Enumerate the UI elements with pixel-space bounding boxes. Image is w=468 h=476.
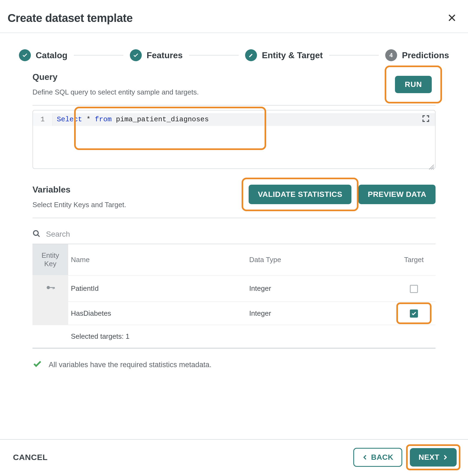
check-icon: [130, 49, 142, 61]
sql-keyword-select: Select: [57, 115, 82, 123]
col-name: Name: [68, 244, 246, 275]
cell-data-type: Integer: [246, 275, 392, 302]
cell-name: PatientId: [68, 275, 246, 302]
sql-code[interactable]: Select * from pima_patient_diagnoses: [52, 113, 435, 126]
entity-key-cell[interactable]: [32, 302, 68, 325]
divider: [32, 105, 436, 106]
run-button[interactable]: RUN: [395, 76, 432, 93]
query-subheading: Define SQL query to select entity sample…: [32, 88, 199, 96]
edit-icon: [245, 49, 257, 61]
entity-key-cell: [32, 325, 68, 348]
sql-star: *: [86, 115, 91, 123]
table-row: PatientId Integer: [32, 275, 436, 302]
next-button[interactable]: NEXT: [410, 448, 457, 467]
chevron-right-icon: [442, 454, 448, 460]
check-icon: [19, 49, 31, 61]
cell-target[interactable]: [392, 302, 436, 325]
check-icon: [32, 359, 42, 371]
step-number-icon: 4: [385, 49, 397, 61]
step-label: Entity & Target: [262, 50, 323, 60]
search-icon: [32, 230, 41, 239]
key-icon: [45, 286, 55, 294]
back-button[interactable]: BACK: [353, 448, 402, 467]
step-features[interactable]: Features: [130, 49, 183, 61]
cancel-button[interactable]: CANCEL: [11, 452, 49, 462]
status-ok-row: All variables have the required statisti…: [32, 359, 436, 371]
variables-subheading: Select Entity Keys and Target.: [32, 201, 126, 209]
divider: [32, 218, 436, 218]
step-connector: [329, 55, 379, 56]
step-catalog[interactable]: Catalog: [19, 49, 67, 61]
cell-name: HasDiabetes: [68, 302, 246, 325]
selected-targets-label: Selected targets: 1: [68, 325, 436, 348]
next-label: NEXT: [418, 453, 439, 462]
variables-table: Entity Key Name Data Type Target Patient…: [32, 244, 436, 348]
step-connector: [189, 55, 239, 56]
chevron-left-icon: [362, 454, 368, 460]
step-predictions[interactable]: 4 Predictions: [385, 49, 449, 61]
search-input[interactable]: [45, 230, 436, 239]
col-target: Target: [392, 244, 436, 275]
svg-point-0: [34, 231, 38, 236]
step-label: Catalog: [36, 50, 67, 60]
col-entity-key: Entity Key: [32, 244, 68, 275]
col-data-type: Data Type: [246, 244, 392, 275]
line-number: 1: [33, 113, 52, 126]
svg-rect-3: [53, 287, 54, 289]
svg-point-1: [47, 286, 50, 289]
checkbox-checked-icon[interactable]: [410, 309, 418, 318]
resize-handle-icon[interactable]: [429, 162, 434, 167]
divider: [32, 348, 436, 349]
search-row: [32, 227, 436, 244]
svg-rect-4: [54, 287, 55, 289]
step-label: Features: [147, 50, 183, 60]
sql-table: pima_patient_diagnoses: [116, 115, 209, 123]
svg-rect-2: [50, 287, 55, 288]
sql-keyword-from: from: [95, 115, 111, 123]
footer: CANCEL BACK NEXT: [0, 439, 468, 476]
stepper: Catalog Features Entity & Target 4 Predi…: [0, 33, 468, 72]
status-text: All variables have the required statisti…: [49, 361, 212, 369]
variables-heading: Variables: [32, 185, 126, 195]
checkbox-unchecked-icon[interactable]: [410, 285, 418, 293]
back-label: BACK: [371, 453, 393, 462]
sql-editor[interactable]: 1 Select * from pima_patient_diagnoses: [32, 110, 436, 169]
step-entity-target[interactable]: Entity & Target: [245, 49, 323, 61]
table-row: HasDiabetes Integer: [32, 302, 436, 325]
close-button[interactable]: ✕: [443, 10, 460, 26]
cell-data-type: Integer: [246, 302, 392, 325]
table-row: Selected targets: 1: [32, 325, 436, 348]
step-connector: [74, 55, 123, 56]
entity-key-cell[interactable]: [32, 275, 68, 302]
fullscreen-icon[interactable]: [422, 115, 430, 122]
validate-statistics-button[interactable]: VALIDATE STATISTICS: [249, 185, 351, 204]
modal-title: Create dataset template: [8, 12, 133, 25]
preview-data-button[interactable]: PREVIEW DATA: [358, 185, 436, 204]
close-icon: ✕: [447, 12, 457, 24]
query-heading: Query: [32, 72, 199, 82]
step-label: Predictions: [402, 50, 449, 60]
cell-target[interactable]: [392, 275, 436, 302]
